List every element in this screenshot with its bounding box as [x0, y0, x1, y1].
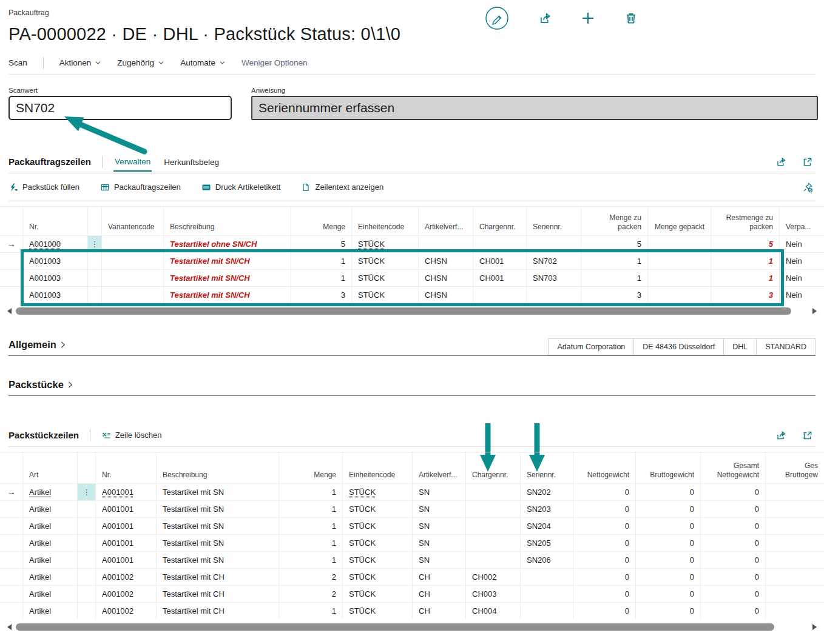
column-header-nr[interactable]: Nr. — [23, 207, 88, 235]
cell-ges_bruttogew[interactable] — [766, 500, 824, 517]
cell-artikelverf[interactable]: SN — [413, 534, 466, 551]
cell-beschreibung[interactable]: Testartikel mit SN — [157, 483, 279, 500]
cell-artikelverf[interactable]: CHSN — [419, 269, 473, 286]
cell-artikelverf[interactable]: CH — [413, 585, 466, 602]
cell-nr[interactable]: A001001 — [96, 517, 157, 534]
cell-gesamt_nettogewicht[interactable]: 0 — [701, 500, 766, 517]
row-selector[interactable] — [0, 252, 23, 269]
cell-restmenge_zu_packen[interactable]: 5 — [711, 235, 780, 252]
cell-menge[interactable]: 3 — [291, 286, 352, 303]
row-selector[interactable] — [0, 517, 23, 534]
column-header-ges_bruttogew[interactable]: Ges Bruttogew — [766, 452, 824, 483]
edit-button[interactable] — [482, 4, 512, 33]
column-header-restmenge_zu_packen[interactable]: Restmenge zu packen — [711, 207, 780, 235]
row-selector[interactable] — [0, 551, 23, 568]
cell-menge[interactable]: 1 — [279, 602, 343, 619]
cell-verpa[interactable]: Nein — [780, 269, 824, 286]
toolbar-button-zeilentext-anzeigen[interactable]: Zeilentext anzeigen — [301, 183, 383, 192]
cell-nettogewicht[interactable]: 0 — [573, 551, 636, 568]
column-header-chargennr[interactable]: Chargennr. — [466, 452, 521, 483]
column-header-variantencode[interactable]: Variantencode — [102, 207, 164, 235]
cell-nr[interactable]: A001002 — [96, 568, 157, 585]
cell-menge_zu_packen[interactable]: 1 — [581, 269, 648, 286]
cell-art[interactable]: Artikel — [23, 568, 78, 585]
cell-nr[interactable]: A001000 — [23, 235, 88, 252]
cell-nr[interactable]: A001002 — [96, 585, 157, 602]
menu-item-aktionen[interactable]: Aktionen — [59, 58, 102, 67]
cell-einheitencode[interactable]: STÜCK — [352, 286, 419, 303]
cell-art[interactable]: Artikel — [23, 483, 78, 500]
cell-seriennr[interactable]: SN205 — [521, 534, 573, 551]
cell-bruttogewicht[interactable]: 0 — [636, 534, 701, 551]
scanwert-input[interactable] — [8, 96, 232, 120]
cell-einheitencode[interactable]: STÜCK — [352, 269, 419, 286]
scrollbar-thumb[interactable] — [16, 623, 774, 631]
cell-beschreibung[interactable]: Testartikel mit SN/CH — [164, 286, 291, 303]
scroll-right-arrow[interactable] — [812, 624, 817, 630]
cell-bruttogewicht[interactable]: 0 — [636, 585, 701, 602]
cell-gesamt_nettogewicht[interactable]: 0 — [701, 585, 766, 602]
cell-artikelverf[interactable]: CH — [413, 602, 466, 619]
cell-beschreibung[interactable]: Testartikel mit SN — [157, 534, 279, 551]
cell-menge[interactable]: 1 — [291, 269, 352, 286]
cell-einheitencode[interactable]: STÜCK — [343, 568, 413, 585]
cell-verpa[interactable]: Nein — [780, 235, 824, 252]
cell-chargennr[interactable] — [466, 551, 521, 568]
packstuecke-heading[interactable]: Packstücke — [8, 379, 74, 395]
cell-art[interactable]: Artikel — [23, 517, 78, 534]
cell-menge[interactable]: 1 — [279, 534, 343, 551]
cell-menge[interactable]: 2 — [279, 585, 343, 602]
cell-restmenge_zu_packen[interactable]: 1 — [711, 252, 780, 269]
column-header-gesamt_nettogewicht[interactable]: Gesamt Nettogewicht — [701, 452, 766, 483]
column-header-seriennr[interactable]: Seriennr. — [527, 207, 581, 235]
cell-menge_gepackt[interactable] — [648, 269, 711, 286]
column-header-menge[interactable]: Menge — [291, 207, 352, 235]
cell-bruttogewicht[interactable]: 0 — [636, 602, 701, 619]
cell-artikelverf[interactable]: SN — [413, 483, 466, 500]
row-selector[interactable] — [0, 585, 23, 602]
selected-row-indicator[interactable]: → — [0, 235, 23, 252]
cell-menge[interactable]: 1 — [291, 252, 352, 269]
cell-nr[interactable]: A001003 — [23, 286, 88, 303]
cell-variantencode[interactable] — [102, 286, 164, 303]
cell-seriennr[interactable]: SN206 — [521, 551, 573, 568]
cell-einheitencode[interactable]: STÜCK — [343, 534, 413, 551]
cell-einheitencode[interactable]: STÜCK — [343, 585, 413, 602]
cell-nettogewicht[interactable]: 0 — [573, 534, 636, 551]
cell-gesamt_nettogewicht[interactable]: 0 — [701, 568, 766, 585]
cell-menge_gepackt[interactable] — [648, 235, 711, 252]
cell-nr[interactable]: A001002 — [96, 602, 157, 619]
lines-expand-button[interactable] — [800, 154, 816, 170]
cell-art[interactable]: Artikel — [23, 585, 78, 602]
tab-herkunftsbeleg[interactable]: Herkunftsbeleg — [163, 152, 220, 171]
column-header-menge[interactable]: Menge — [279, 452, 343, 483]
scrollbar-track[interactable] — [16, 623, 808, 631]
cell-chargennr[interactable] — [466, 500, 521, 517]
cell-gesamt_nettogewicht[interactable]: 0 — [701, 602, 766, 619]
column-header-artikelverf[interactable]: Artikelverf... — [419, 207, 473, 235]
column-header-beschreibung[interactable]: Beschreibung — [157, 452, 279, 483]
cell-ges_bruttogew[interactable] — [766, 551, 824, 568]
cell-artikelverf[interactable]: SN — [413, 517, 466, 534]
cell-gesamt_nettogewicht[interactable]: 0 — [701, 534, 766, 551]
cell-chargennr[interactable] — [466, 534, 521, 551]
cell-menge_zu_packen[interactable]: 5 — [581, 235, 648, 252]
menu-item-zugehoerig[interactable]: Zugehörig — [117, 58, 164, 67]
cell-beschreibung[interactable]: Testartikel ohne SN/CH — [164, 235, 291, 252]
cell-nr[interactable]: A001001 — [96, 551, 157, 568]
cell-seriennr[interactable]: SN703 — [527, 269, 581, 286]
cell-menge_zu_packen[interactable]: 1 — [581, 252, 648, 269]
row-selector[interactable] — [0, 500, 23, 517]
column-header-artikelverf[interactable]: Artikelverf... — [413, 452, 466, 483]
cell-seriennr[interactable] — [521, 568, 573, 585]
cell-einheitencode[interactable]: STÜCK — [352, 235, 419, 252]
cell-art[interactable]: Artikel — [23, 602, 78, 619]
cell-gesamt_nettogewicht[interactable]: 0 — [701, 517, 766, 534]
cell-artikelverf[interactable]: CH — [413, 568, 466, 585]
cell-einheitencode[interactable]: STÜCK — [343, 602, 413, 619]
cell-chargennr[interactable] — [473, 235, 527, 252]
cell-art[interactable]: Artikel — [23, 500, 78, 517]
row-menu-button[interactable]: ⋮ — [88, 235, 102, 252]
chip-standard[interactable]: STANDARD — [756, 338, 816, 355]
cell-nettogewicht[interactable]: 0 — [573, 517, 636, 534]
